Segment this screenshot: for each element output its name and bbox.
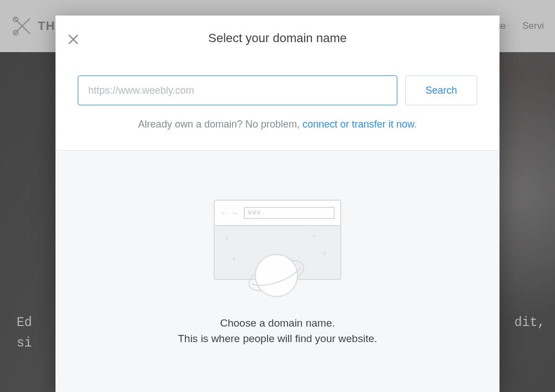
sparkle-icon: ✦	[231, 256, 236, 262]
modal-top: Select your domain name Search Already o…	[56, 16, 500, 150]
search-row: Search	[56, 57, 500, 119]
connect-transfer-link[interactable]: connect or transfer it now	[302, 119, 414, 130]
empty-state-illustration: ← → WWW. + ✦ + ✦	[214, 200, 341, 305]
illustration-nav-arrows: ← →	[220, 208, 238, 217]
modal-body: ← → WWW. + ✦ + ✦ Choose a domain name.	[56, 150, 500, 392]
domain-modal: Select your domain name Search Already o…	[56, 16, 500, 392]
search-button[interactable]: Search	[405, 75, 477, 105]
already-own-period: .	[414, 119, 417, 130]
empty-state-title: Choose a domain name.	[220, 317, 335, 329]
close-icon	[67, 33, 79, 45]
illustration-url-box: WWW.	[244, 207, 335, 219]
modal-title: Select your domain name	[56, 31, 500, 45]
sparkle-icon: +	[225, 234, 229, 243]
sparkle-icon: ✦	[311, 233, 316, 239]
close-button[interactable]	[67, 33, 80, 47]
already-own-text: Already own a domain? No problem, connec…	[56, 119, 500, 150]
already-own-prefix: Already own a domain? No problem,	[138, 119, 302, 130]
domain-input[interactable]	[78, 75, 397, 105]
modal-header: Select your domain name	[56, 16, 500, 57]
arrow-right-icon: →	[230, 208, 238, 217]
illustration-browser-bar: ← → WWW.	[215, 201, 340, 226]
planet-icon	[246, 245, 307, 306]
empty-state-subtitle: This is where people will find your webs…	[178, 333, 377, 345]
arrow-left-icon: ←	[220, 208, 228, 217]
sparkle-icon: +	[322, 248, 327, 257]
